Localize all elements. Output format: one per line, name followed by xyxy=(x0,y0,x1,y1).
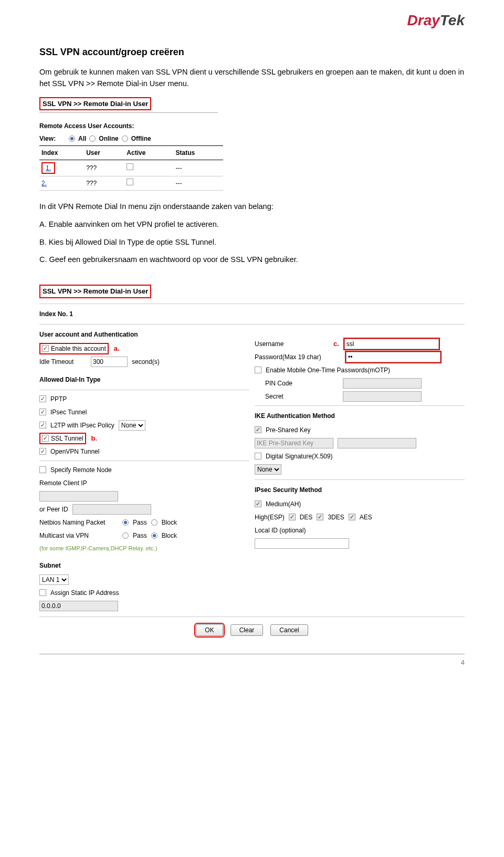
high-esp-label: High(ESP) xyxy=(255,513,285,522)
cancel-button[interactable]: Cancel xyxy=(270,624,308,636)
static-ip-input[interactable] xyxy=(39,601,118,611)
psk-text-input[interactable] xyxy=(255,438,333,448)
mid-lead: In dit VPN Remote Dial In menu zijn onde… xyxy=(39,201,465,213)
psk-label: Pre-Shared Key xyxy=(266,425,310,435)
page-number: 4 xyxy=(461,659,465,666)
des-label: DES xyxy=(300,513,313,522)
right-column: Username c. Password(Max 19 char) Enable… xyxy=(255,328,465,613)
ok-button[interactable]: OK xyxy=(196,624,223,636)
radio-multicast-block[interactable] xyxy=(151,532,158,539)
idle-timeout-input[interactable] xyxy=(91,357,128,367)
checkbox-aes[interactable] xyxy=(349,514,355,520)
checkbox-assign-static-ip[interactable] xyxy=(39,589,46,596)
table-row: 2. ??? --- xyxy=(39,176,223,191)
annotation-c: c. xyxy=(333,339,339,349)
enable-account-label: Enable this account xyxy=(51,344,106,353)
password-input[interactable] xyxy=(346,352,440,362)
radio-online[interactable] xyxy=(89,135,96,142)
username-label: Username xyxy=(255,339,328,349)
checkbox-active-2[interactable] xyxy=(127,179,133,185)
user-auth-heading: User account and Authentication xyxy=(39,328,249,341)
peer-id-label: or Peer ID xyxy=(39,505,68,514)
checkbox-3des[interactable] xyxy=(317,514,323,520)
openvpn-label: OpenVPN Tunnel xyxy=(50,447,99,456)
checkbox-psk[interactable] xyxy=(255,426,261,433)
username-input[interactable] xyxy=(344,339,439,349)
peer-id-input[interactable] xyxy=(72,504,151,515)
page-footer: 4 xyxy=(39,654,465,668)
screenshot-remote-user-list: SSL VPN >> Remote Dial-in User Remote Ac… xyxy=(39,97,465,191)
checkbox-ipsec[interactable] xyxy=(39,409,46,415)
subnet-select[interactable]: LAN 1 xyxy=(39,574,69,585)
index-link-2[interactable]: 2. xyxy=(41,180,47,187)
psk-value-input[interactable] xyxy=(338,438,416,448)
idle-timeout-label: Idle Timeout xyxy=(39,357,87,367)
dsig-select[interactable]: None xyxy=(255,464,281,475)
pin-input[interactable] xyxy=(343,378,422,389)
breadcrumb: SSL VPN >> Remote Dial-in User xyxy=(39,97,151,111)
left-column: User account and Authentication Enable t… xyxy=(39,328,249,613)
remote-client-ip-input[interactable] xyxy=(39,491,118,501)
index-link-1[interactable]: 1. xyxy=(46,164,51,172)
view-option-online: Online xyxy=(99,134,118,143)
l2tp-label: L2TP with IPsec Policy xyxy=(50,421,114,430)
screenshot-user-config: SSL VPN >> Remote Dial-in User Index No.… xyxy=(39,281,465,642)
remote-client-ip-label: Remote Client IP xyxy=(39,478,87,488)
subnet-heading: Subnet xyxy=(39,559,249,572)
clear-button[interactable]: Clear xyxy=(230,624,264,636)
secret-label: Secret xyxy=(265,392,339,401)
brand-logo: DrayTek xyxy=(407,12,465,28)
specify-remote-label: Specify Remote Node xyxy=(50,465,112,475)
point-a: A. Enable aanvinken om het VPN profiel t… xyxy=(39,219,465,231)
point-c: C. Geef een gebruikersnaam en wachtwoord… xyxy=(39,254,465,266)
checkbox-specify-remote[interactable] xyxy=(39,466,46,473)
users-table: Index User Active Status 1. ??? --- 2. ?… xyxy=(39,145,223,191)
checkbox-l2tp[interactable] xyxy=(39,422,46,428)
radio-offline[interactable] xyxy=(122,135,128,142)
checkbox-enable-account[interactable] xyxy=(42,345,49,352)
view-option-all: All xyxy=(78,134,86,143)
checkbox-dsig[interactable] xyxy=(255,453,261,459)
cell-user: ??? xyxy=(84,176,124,191)
checkbox-motp[interactable] xyxy=(255,367,261,373)
radio-all[interactable] xyxy=(69,135,75,142)
highlight-ssl: SSL Tunnel xyxy=(39,433,86,444)
assign-static-ip-label: Assign Static IP Address xyxy=(50,588,119,598)
checkbox-medium-ah[interactable] xyxy=(255,500,261,507)
dialin-type-heading: Allowed Dial-In Type xyxy=(39,373,249,386)
view-option-offline: Offline xyxy=(131,134,151,143)
th-index: Index xyxy=(39,146,84,160)
brand-header: DrayTek xyxy=(39,0,465,36)
remote-accounts-heading: Remote Access User Accounts: xyxy=(39,121,465,131)
view-filter-row: View: All Online Offline xyxy=(39,134,465,143)
radio-multicast-pass[interactable] xyxy=(122,532,129,539)
local-id-input[interactable] xyxy=(255,538,349,549)
point-b: B. Kies bij Allowed Dial In Type de opti… xyxy=(39,237,465,248)
checkbox-pptp[interactable] xyxy=(39,395,46,402)
cell-status: --- xyxy=(174,160,223,176)
netbios-label: Netbios Naming Packet xyxy=(39,518,118,527)
ssl-tunnel-label: SSL Tunnel xyxy=(51,434,83,443)
dsig-label: Digital Signature(X.509) xyxy=(266,452,332,461)
checkbox-ssl-tunnel[interactable] xyxy=(42,435,49,442)
ipsec-method-heading: IPsec Security Method xyxy=(255,483,465,497)
secret-input[interactable] xyxy=(343,391,422,402)
checkbox-openvpn[interactable] xyxy=(39,448,46,455)
checkbox-des[interactable] xyxy=(289,514,296,520)
radio-netbios-pass[interactable] xyxy=(122,519,129,526)
pin-label: PIN Code xyxy=(265,379,339,388)
highlight-index-1: 1. xyxy=(41,162,55,174)
annotation-b: b. xyxy=(91,433,98,444)
local-id-label: Local ID (optional) xyxy=(255,526,328,535)
ipsec-label: IPsec Tunnel xyxy=(50,407,87,417)
3des-label: 3DES xyxy=(328,513,344,522)
multicast-label: Multicast via VPN xyxy=(39,531,118,540)
pass-label-1: Pass xyxy=(133,518,147,527)
radio-netbios-block[interactable] xyxy=(151,519,158,526)
index-no: Index No. 1 xyxy=(39,307,465,321)
table-row: 1. ??? --- xyxy=(39,160,223,176)
l2tp-policy-select[interactable]: None xyxy=(119,420,145,431)
block-label-1: Block xyxy=(162,518,177,527)
ike-method-heading: IKE Authentication Method xyxy=(255,409,465,423)
checkbox-active-1[interactable] xyxy=(127,163,133,170)
